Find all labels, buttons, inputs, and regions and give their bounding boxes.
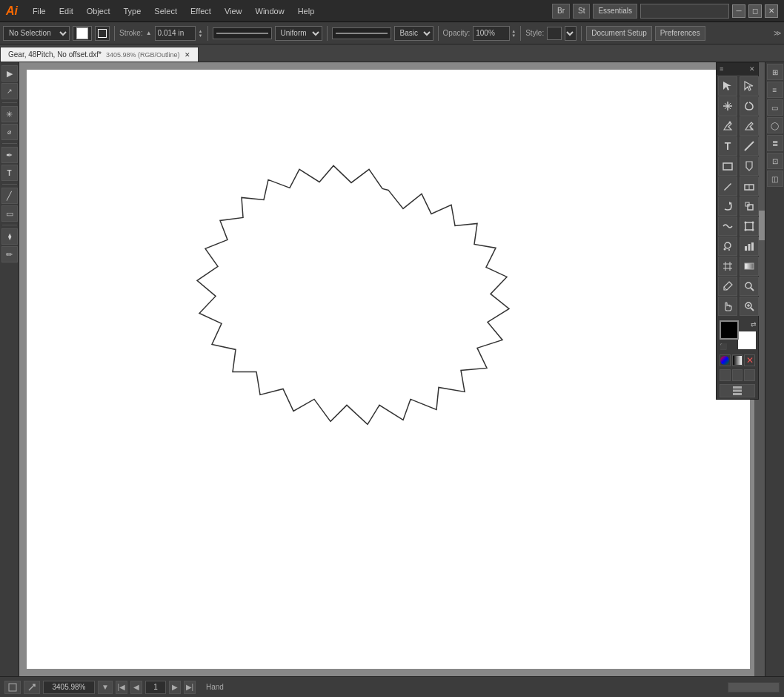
zoom-tool-btn[interactable] [740,297,759,316]
line-segment-btn[interactable] [740,136,759,156]
normal-screen-btn[interactable] [720,369,731,381]
warp-btn[interactable] [718,217,737,236]
next-page-btn[interactable]: ▶| [184,681,196,694]
stroke-input[interactable]: 0.014 in [155,26,196,41]
status-icon-2[interactable] [24,681,40,694]
gradient-mode-btn[interactable] [732,354,743,366]
minimize-button[interactable]: ─ [732,4,745,18]
foreground-color-swatch[interactable] [720,320,739,340]
menu-window[interactable]: Window [251,5,289,17]
prev-page-btn[interactable]: |◀ [116,681,127,694]
close-button[interactable]: ✕ [765,4,778,18]
toolbox-close[interactable]: ✕ [749,65,755,73]
tab-close-button[interactable]: ✕ [185,51,190,59]
magic-wand-btn[interactable] [718,96,737,116]
eyedropper-btn[interactable] [718,277,737,296]
color-reset-icon[interactable]: ⬛ [720,344,727,350]
panel-toggle-icon[interactable]: ≫ [774,29,781,37]
menu-edit[interactable]: Edit [55,5,78,17]
lasso-btn[interactable] [740,96,759,116]
menu-select[interactable]: Select [150,5,182,17]
left-tool-1[interactable]: ▶ [1,65,18,82]
left-tool-9[interactable]: ⧫ [1,228,18,245]
bridge-button[interactable]: Br [552,4,570,19]
panel-icon-7[interactable]: ◫ [767,171,783,187]
menu-effect[interactable]: Effect [186,5,216,17]
opacity-input[interactable]: 100% [473,26,510,41]
zoom-dropdown-btn[interactable]: ▼ [98,681,113,694]
edit-toolbar-btn[interactable] [720,384,755,397]
style-dropdown[interactable] [565,26,577,41]
canvas-area[interactable] [19,62,765,676]
page-number-input[interactable]: 1 [145,681,166,694]
color-mode-btn[interactable] [720,354,731,366]
add-anchor-btn[interactable]: + [740,116,759,136]
paintbucket-btn[interactable] [740,156,759,176]
left-tool-3[interactable]: ✳ [1,106,18,122]
mesh-btn[interactable] [718,257,737,276]
background-color-swatch[interactable] [737,331,757,350]
left-tool-8[interactable]: ▭ [1,205,18,222]
menu-view[interactable]: View [220,5,247,17]
free-transform-btn[interactable] [740,217,759,236]
selection-tool-btn[interactable] [718,76,737,96]
panel-icon-2[interactable]: ≡ [767,82,783,98]
left-tool-4[interactable]: ⌀ [1,124,18,140]
stroke-spindown[interactable]: ▼ [199,33,203,38]
panel-icon-3[interactable]: ▭ [767,99,783,116]
pencil-btn[interactable] [718,176,737,196]
hand-btn[interactable] [718,297,737,316]
edit-toolbar-icon [732,386,743,396]
stock-button[interactable]: St [573,4,590,19]
search-input[interactable] [640,4,729,19]
basic-dropdown[interactable]: Basic [394,26,433,41]
uniform-dropdown[interactable]: Uniform [275,26,322,41]
selection-dropdown[interactable]: No Selection [3,26,70,41]
fullscreen-btn[interactable] [732,369,743,381]
column-graph-btn[interactable] [740,237,759,256]
document-tab[interactable]: Gear, 48Pitch, No offset.dxf* 3405.98% (… [0,47,199,62]
scale-btn[interactable] [740,196,759,216]
panel-icon-4[interactable]: ◯ [767,117,783,133]
left-tool-7[interactable]: ╱ [1,188,18,204]
opacity-spindown[interactable]: ▼ [511,33,516,38]
pen-btn[interactable] [718,116,737,136]
restore-button[interactable]: ◻ [748,4,762,18]
left-tool-10[interactable]: ✏ [1,246,18,262]
left-tool-2[interactable]: ↗ [1,83,18,99]
stroke-color-box[interactable] [95,26,110,41]
panel-icon-1[interactable]: ⊞ [767,64,783,80]
left-tool-5[interactable]: ✒ [1,147,18,163]
essentials-button[interactable]: Essentials [593,4,637,19]
svg-rect-30 [745,263,754,269]
main-area: ▶ ↗ ✳ ⌀ ✒ T ╱ ▭ ⧫ ✏ ≡ ✕ [0,62,784,676]
symbol-sprayer-btn[interactable] [718,237,737,256]
page-back-btn[interactable]: ◀ [130,681,142,694]
type-btn[interactable]: T [718,136,737,156]
toolbox-header[interactable]: ≡ ✕ [717,63,758,75]
gradient-btn[interactable] [740,257,759,276]
menu-help[interactable]: Help [293,5,319,17]
panel-icon-5[interactable]: ≣ [767,135,783,151]
page-fwd-btn[interactable]: ▶ [169,681,181,694]
color-swap-icon[interactable]: ⇄ [751,320,757,328]
direct-selection-btn[interactable] [740,76,759,96]
fill-color-box[interactable] [73,26,92,41]
doc-setup-button[interactable]: Document Setup [586,26,652,41]
menu-type[interactable]: Type [119,5,146,17]
right-panels: ⊞ ≡ ▭ ◯ ≣ ⊡ ◫ [765,62,784,676]
presentation-btn[interactable] [744,369,755,381]
left-tool-6[interactable]: T [1,165,18,181]
stroke-up-arrow[interactable]: ▲ [146,30,152,36]
menu-file[interactable]: File [28,5,50,17]
eraser-btn[interactable] [740,176,759,196]
menu-object[interactable]: Object [82,5,115,17]
status-icon-1[interactable] [4,681,21,694]
rect-btn[interactable] [718,156,737,176]
rotate-btn[interactable] [718,196,737,216]
none-mode-btn[interactable]: ✕ [744,354,755,366]
magnify-btn[interactable] [740,277,759,296]
panel-icon-6[interactable]: ⊡ [767,153,783,169]
preferences-button[interactable]: Preferences [655,26,705,41]
tool-separator-2 [2,143,17,144]
